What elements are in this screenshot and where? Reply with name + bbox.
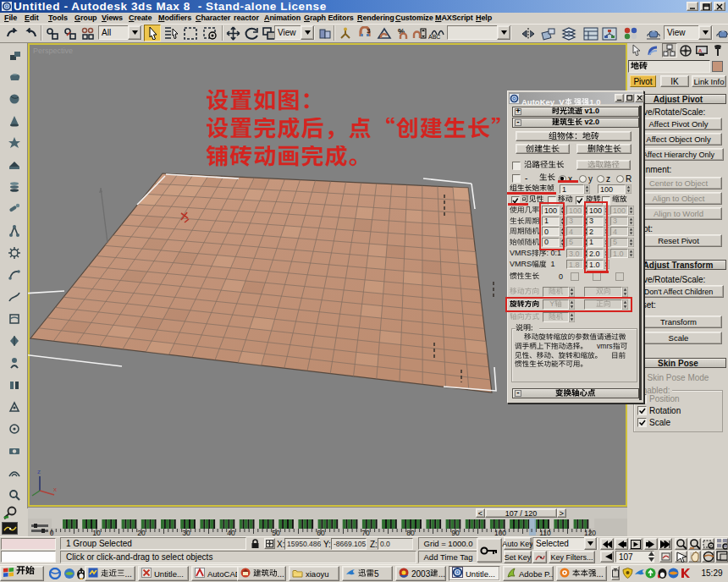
svg-text:3: 3 bbox=[367, 27, 371, 35]
svg-text:120: 120 bbox=[584, 529, 596, 536]
svg-text:30: 30 bbox=[182, 529, 190, 536]
svg-text:z: z bbox=[37, 468, 41, 475]
svg-text:70: 70 bbox=[361, 529, 370, 536]
svg-text:110: 110 bbox=[539, 529, 551, 536]
svg-text:10: 10 bbox=[92, 529, 101, 536]
svg-text:20: 20 bbox=[137, 529, 146, 536]
svg-text:100: 100 bbox=[494, 529, 506, 536]
svg-text:90: 90 bbox=[451, 529, 460, 536]
svg-text:x: x bbox=[53, 486, 57, 493]
svg-text:80: 80 bbox=[406, 529, 415, 536]
svg-text:40: 40 bbox=[227, 529, 235, 536]
svg-text:60: 60 bbox=[317, 529, 325, 536]
svg-text:50: 50 bbox=[272, 529, 280, 536]
svg-text:A: A bbox=[698, 48, 703, 53]
